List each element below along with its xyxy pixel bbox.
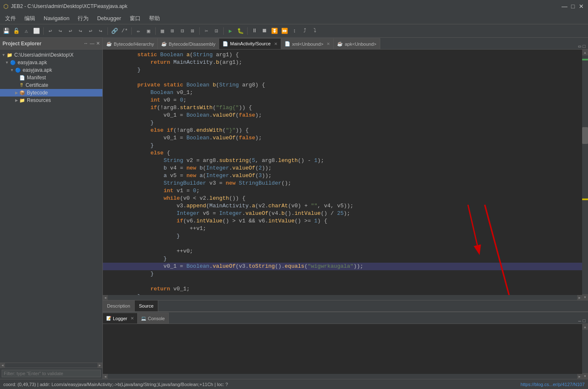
- toolbar-btn-2[interactable]: 🔓: [12, 26, 21, 36]
- tree-item-bytecode[interactable]: ▶ 📦 Bytecode: [0, 89, 102, 97]
- src-tab[interactable]: Source: [135, 300, 158, 311]
- tree-item-manifest[interactable]: ▶ 📄 Manifest: [0, 74, 102, 81]
- scroll-up-btn[interactable]: ▲: [582, 50, 588, 55]
- code-line-32: return v0_1;: [103, 285, 588, 293]
- bottom-scroll-left[interactable]: ◀: [103, 374, 108, 379]
- toolbar-btn-5[interactable]: ↩: [46, 26, 55, 36]
- tree-expand-root: ▼: [2, 53, 5, 57]
- code-hscroll[interactable]: ◀ ▶: [103, 295, 582, 300]
- tab-main-activity-source[interactable]: 📄 MainActivity/Source ✕: [219, 38, 281, 49]
- tab-bar-minimize[interactable]: ▭: [578, 44, 581, 49]
- toolbar-btn-11[interactable]: 🔗: [110, 26, 119, 36]
- console-label: Console: [148, 316, 165, 321]
- logger-tab[interactable]: 📝 Logger ✕: [103, 313, 138, 324]
- desc-tab[interactable]: Description: [103, 300, 135, 311]
- maximize-button[interactable]: □: [570, 3, 576, 10]
- tab-xml-unbound[interactable]: 📄 xml<Unbound> ✕: [281, 38, 334, 49]
- tab-icon-5: ☕: [337, 41, 343, 47]
- toolbar-btn-19[interactable]: ✂: [202, 26, 211, 36]
- bottom-scroll-right[interactable]: ▶: [577, 374, 582, 379]
- tree-item-resources[interactable]: ▶ 📁 Resources: [0, 97, 102, 104]
- code-text-8: if(!arg8.startsWith("flag{")) {: [122, 104, 252, 112]
- toolbar-btn-7[interactable]: ↩: [66, 26, 75, 36]
- tree-item-certificate[interactable]: ▶ 🎖 Certificate: [0, 81, 102, 89]
- menu-item-[interactable]: 窗口: [126, 14, 144, 23]
- tree-item-apk2[interactable]: ▼ 🔵 easyjava.apk: [0, 66, 102, 74]
- toolbar-btn-26[interactable]: ⤴: [300, 26, 309, 36]
- menu-item-[interactable]: 帮助: [146, 14, 163, 23]
- toolbar-btn-8[interactable]: ↪: [76, 26, 85, 36]
- toolbar-btn-run[interactable]: ▶: [226, 26, 235, 36]
- bottom-hscroll[interactable]: ◀ ▶: [103, 374, 582, 379]
- toolbar-btn-6[interactable]: ↪: [56, 26, 65, 36]
- desc-tab-label: Description: [107, 303, 130, 308]
- close-button[interactable]: ✕: [578, 3, 585, 10]
- toolbar-btn-1[interactable]: 💾: [2, 26, 11, 36]
- filter-input[interactable]: [2, 370, 101, 377]
- menu-item-[interactable]: 行为: [74, 14, 92, 23]
- console-tab[interactable]: 💻 Console: [138, 313, 168, 324]
- tab-close-4[interactable]: ✕: [327, 42, 330, 46]
- toolbar-btn-17[interactable]: ⊟: [178, 26, 187, 36]
- toolbar-btn-24[interactable]: ⏩: [280, 26, 289, 36]
- scroll-down-btn[interactable]: ▼: [582, 294, 588, 300]
- tab-bytecode-hierarchy[interactable]: ☕ Bytecode/Hierarchy: [103, 38, 158, 49]
- tree-item-root[interactable]: ▼ 📁 C:\Users\admin\Desktop\X: [0, 51, 102, 59]
- code-text-11: else if(!arg8.endsWith("}")) {: [122, 127, 249, 134]
- code-scroll[interactable]: static Boolean a(String arg1) { return M…: [103, 50, 588, 300]
- toolbar-btn-3[interactable]: ⚠: [22, 26, 31, 36]
- toolbar-btn-16[interactable]: ⊞: [168, 26, 177, 36]
- tab-bytecode-disassembly[interactable]: ☕ Bytecode/Disassembly: [158, 38, 219, 49]
- toolbar-btn-20[interactable]: ⊡: [212, 26, 221, 36]
- menu-bar: 文件编辑Navigation行为Debugger窗口帮助: [0, 13, 588, 24]
- code-line-18: StringBuilder v3 = new StringBuilder();: [103, 180, 588, 187]
- left-panel-hscroll[interactable]: ◀ ▶: [0, 363, 102, 368]
- toolbar-btn-21[interactable]: ⏸: [250, 26, 259, 36]
- toolbar-btn-4[interactable]: ⬜: [32, 26, 41, 36]
- toolbar-btn-23[interactable]: ⏬: [270, 26, 279, 36]
- menu-item-[interactable]: 编辑: [21, 14, 39, 23]
- toolbar-btn-10[interactable]: ↪: [96, 26, 105, 36]
- toolbar-btn-27[interactable]: ⤵: [310, 26, 319, 36]
- toolbar-btn-debug[interactable]: 🐛: [236, 26, 245, 36]
- toolbar-btn-22[interactable]: ⏹: [260, 26, 269, 36]
- bottom-scroll-down[interactable]: ▼: [582, 373, 588, 379]
- code-text-2: return MainActivity.b(arg1);: [122, 59, 242, 66]
- toolbar-btn-14[interactable]: ▣: [144, 26, 153, 36]
- toolbar-btn-15[interactable]: ▦: [158, 26, 167, 36]
- desc-src-tabs: Description Source: [103, 300, 588, 312]
- menu-item-navigation[interactable]: Navigation: [40, 14, 73, 22]
- bottom-minimize[interactable]: —: [578, 319, 581, 324]
- tab-icon-1: ☕: [106, 41, 112, 47]
- pe-icon-1[interactable]: ↔: [84, 41, 88, 46]
- toolbar-btn-12[interactable]: /*: [120, 26, 129, 36]
- toolbar-btn-9[interactable]: ↩: [86, 26, 95, 36]
- pe-icon-2[interactable]: —: [90, 41, 94, 46]
- tab-bar-maximize[interactable]: □: [583, 44, 585, 49]
- code-text-17: a v5 = new a(Integer.valueOf(3));: [122, 172, 272, 180]
- right-scrollbar[interactable]: ▲ ▼: [582, 50, 588, 300]
- tab-close-3[interactable]: ✕: [274, 42, 277, 46]
- tab-apk-unbound[interactable]: ☕ apk<Unbound>: [334, 38, 380, 49]
- bottom-vscroll[interactable]: ▲ ▼: [582, 324, 588, 379]
- pe-icon-3[interactable]: ✕: [96, 41, 100, 46]
- scrollbar-thumb[interactable]: [582, 127, 588, 144]
- bottom-scroll-up[interactable]: ▲: [582, 324, 588, 330]
- code-text-1: static Boolean a(String arg1) {: [122, 51, 239, 59]
- bottom-maximize[interactable]: □: [583, 319, 585, 324]
- code-line-25: }: [103, 232, 588, 240]
- toolbar-btn-13[interactable]: ✏: [134, 26, 143, 36]
- menu-item-debugger[interactable]: Debugger: [94, 14, 124, 22]
- tree-item-apk1[interactable]: ▼ 🔵 easyjava.apk: [0, 59, 102, 66]
- toolbar-btn-25[interactable]: ↕: [290, 26, 299, 36]
- src-tab-label: Source: [139, 303, 154, 308]
- bottom-tab-right: — □: [578, 319, 588, 324]
- project-explorer-bottom: [0, 368, 102, 379]
- status-left: coord: (0,49,73) | addr: Lcom/a/easyjava…: [3, 382, 228, 387]
- logger-close[interactable]: ✕: [131, 316, 134, 321]
- title-text: JEB2 - C:\Users\admin\Desktop\XCTF\easyj…: [11, 3, 127, 9]
- toolbar-btn-18[interactable]: ⊠: [188, 26, 197, 36]
- scroll-marker-yellow: [582, 198, 588, 200]
- minimize-button[interactable]: —: [561, 3, 568, 10]
- menu-item-[interactable]: 文件: [2, 14, 19, 23]
